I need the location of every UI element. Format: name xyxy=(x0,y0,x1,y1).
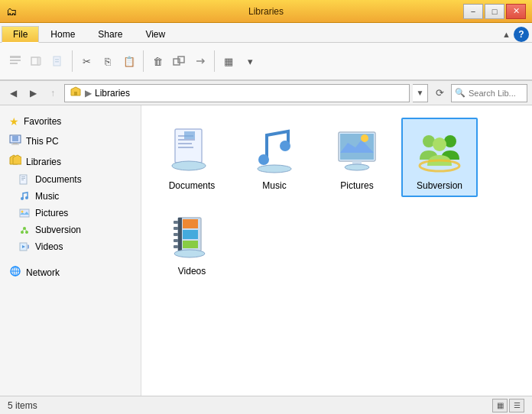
svg-point-42 xyxy=(258,165,291,173)
help-button[interactable]: ? xyxy=(514,27,529,42)
forward-button[interactable]: ▶ xyxy=(24,85,41,102)
svg-rect-58 xyxy=(174,245,178,248)
svg-point-39 xyxy=(172,161,206,170)
toolbar-delete-btn[interactable]: 🗑 xyxy=(148,52,167,70)
svg-rect-7 xyxy=(55,61,59,63)
address-box[interactable]: ▶ Libraries xyxy=(64,84,410,102)
svg-marker-4 xyxy=(37,57,41,65)
view-details-button[interactable]: ▦ xyxy=(492,399,508,412)
sidebar-item-music[interactable]: Music xyxy=(0,188,141,205)
svg-point-24 xyxy=(21,231,24,234)
svg-marker-27 xyxy=(28,244,29,249)
file-item-documents[interactable]: Documents xyxy=(154,118,230,197)
ribbon-right: ▲ ? xyxy=(502,27,532,42)
sidebar-item-libraries[interactable]: Libraries xyxy=(0,150,141,171)
svg-rect-12 xyxy=(12,136,18,141)
file-item-pictures[interactable]: Pictures xyxy=(319,118,395,197)
title-bar: 🗂 Libraries − □ ✕ xyxy=(0,0,532,23)
svg-rect-17 xyxy=(21,178,25,179)
ribbon-tabs: File Home Share View ▲ ? xyxy=(0,23,532,43)
svg-rect-8 xyxy=(174,59,180,65)
sub-sidebar-icon xyxy=(18,224,31,236)
svg-rect-16 xyxy=(21,176,25,177)
svg-rect-13 xyxy=(13,143,18,144)
toolbar-copy2-btn[interactable] xyxy=(170,52,188,70)
file-item-music[interactable]: Music xyxy=(236,118,313,197)
doc-sidebar-icon xyxy=(18,173,31,186)
maximize-button[interactable]: □ xyxy=(485,4,504,19)
sidebar-label-favorites: Favorites xyxy=(24,116,61,127)
svg-rect-6 xyxy=(55,59,59,60)
breadcrumb-location: Libraries xyxy=(95,88,130,99)
toolbar-paste-btn[interactable]: 📋 xyxy=(120,52,138,70)
svg-rect-61 xyxy=(183,241,198,248)
title-bar-controls: − □ ✕ xyxy=(463,4,526,19)
toolbar-btn-3[interactable] xyxy=(49,52,67,70)
view-list-button[interactable]: ☰ xyxy=(509,399,524,412)
music-sidebar-icon xyxy=(18,190,31,202)
svg-rect-1 xyxy=(10,60,21,61)
sidebar-label-subversion: Subversion xyxy=(35,225,81,235)
computer-icon xyxy=(9,134,21,148)
toolbar-copy-btn[interactable]: ⎘ xyxy=(99,52,117,70)
pic-sidebar-icon xyxy=(18,207,31,219)
search-input[interactable] xyxy=(469,89,522,98)
sidebar-item-subversion[interactable]: Subversion xyxy=(0,222,141,238)
refresh-button[interactable]: ⟳ xyxy=(431,85,448,102)
sidebar-item-pictures[interactable]: Pictures xyxy=(0,205,141,222)
svg-rect-54 xyxy=(174,221,178,224)
toolbar-dropdown-btn[interactable]: ▾ xyxy=(241,52,259,70)
sidebar-item-thispc[interactable]: This PC xyxy=(0,130,141,150)
videos-icon xyxy=(165,209,219,263)
toolbar-btn-1[interactable] xyxy=(6,52,24,70)
pictures-icon xyxy=(330,124,384,177)
svg-rect-2 xyxy=(10,63,18,64)
documents-icon xyxy=(165,124,219,177)
collapse-ribbon-btn[interactable]: ▲ xyxy=(502,30,511,39)
toolbar-arrange-btn[interactable]: ▦ xyxy=(219,52,238,70)
sidebar: ★ Favorites This PC Libraries Documents xyxy=(0,105,141,396)
sidebar-label-videos: Videos xyxy=(35,241,63,252)
search-box: 🔍 xyxy=(451,84,527,102)
star-icon: ★ xyxy=(9,115,19,128)
tab-view[interactable]: View xyxy=(134,25,177,42)
main-area: ★ Favorites This PC Libraries Documents xyxy=(0,105,532,396)
sidebar-label-pictures: Pictures xyxy=(35,208,68,218)
svg-point-62 xyxy=(174,250,205,257)
subversion-icon xyxy=(413,124,466,177)
breadcrumb-icon xyxy=(70,86,82,100)
svg-rect-59 xyxy=(183,219,198,228)
libraries-icon xyxy=(9,154,21,169)
toolbar-sep-3 xyxy=(214,50,215,72)
sidebar-label-documents: Documents xyxy=(35,174,82,185)
svg-rect-60 xyxy=(183,230,198,239)
svg-point-23 xyxy=(23,227,26,230)
up-button[interactable]: ↑ xyxy=(44,85,61,102)
minimize-button[interactable]: − xyxy=(463,4,483,19)
toolbar-btn-2[interactable] xyxy=(28,52,46,70)
sidebar-item-favorites[interactable]: ★ Favorites xyxy=(0,112,141,130)
sidebar-item-videos[interactable]: Videos xyxy=(0,238,141,255)
toolbar-cut-btn[interactable]: ✂ xyxy=(77,52,96,70)
sidebar-item-documents[interactable]: Documents xyxy=(0,171,141,188)
tab-home[interactable]: Home xyxy=(39,25,86,42)
toolbar-sep-1 xyxy=(72,50,73,72)
documents-label: Documents xyxy=(169,180,216,191)
file-item-subversion[interactable]: Subversion xyxy=(401,118,478,197)
sidebar-item-network[interactable]: Network xyxy=(0,261,141,282)
svg-point-20 xyxy=(25,196,28,199)
svg-point-47 xyxy=(345,164,369,170)
toolbar-move-btn[interactable] xyxy=(191,52,209,70)
file-item-videos[interactable]: Videos xyxy=(154,203,230,283)
tab-share[interactable]: Share xyxy=(86,25,134,42)
svg-point-45 xyxy=(361,134,368,142)
back-button[interactable]: ◀ xyxy=(5,85,21,102)
status-count: 5 items xyxy=(8,400,37,411)
close-button[interactable]: ✕ xyxy=(506,4,526,19)
svg-point-25 xyxy=(25,231,28,234)
tab-file[interactable]: File xyxy=(2,26,39,43)
address-chevron[interactable]: ▼ xyxy=(413,84,428,102)
videos-label: Videos xyxy=(178,266,206,277)
sidebar-label-network: Network xyxy=(26,267,60,278)
svg-rect-0 xyxy=(10,56,21,58)
